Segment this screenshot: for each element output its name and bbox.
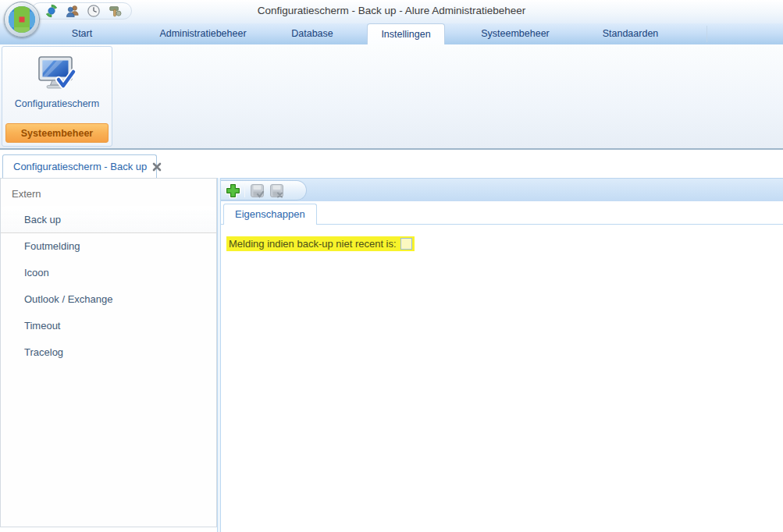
settings-content-pane: Eigenschappen Melding indien back-up nie… (221, 178, 783, 532)
quick-access-toolbar (31, 2, 132, 20)
ribbon-tab-administratiebeheer[interactable]: Administratiebeheer (144, 23, 262, 44)
record-toolbar-capsule (221, 180, 307, 200)
sidebar-item-tracelog[interactable]: Tracelog (1, 339, 216, 366)
backup-warning-checkbox[interactable] (400, 238, 412, 250)
users-icon[interactable] (66, 4, 80, 18)
ribbon-tab-systeembeheer[interactable]: Systeembeheer (464, 23, 566, 44)
ribbon-tab-separator (706, 26, 707, 42)
document-tab-configuratiescherm-backup[interactable]: Configuratiescherm - Back up (2, 154, 157, 178)
clock-icon[interactable] (87, 4, 101, 18)
document-tab-label: Configuratiescherm - Back up (13, 161, 147, 172)
save-check-icon (250, 183, 265, 198)
ribbon-panel: Configuratiescherm Systeembeheer (0, 44, 783, 150)
tab-eigenschappen[interactable]: Eigenschappen (223, 204, 317, 225)
properties-panel: Melding indien back-up niet recent is: (221, 225, 783, 251)
monitor-check-icon (37, 55, 77, 94)
sidebar-item-timeout[interactable]: Timeout (1, 313, 216, 339)
ribbon-tab-database[interactable]: Database (277, 23, 347, 44)
toolbar-divider (244, 183, 245, 197)
application-menu-button[interactable] (4, 2, 40, 37)
sync-icon[interactable] (44, 4, 59, 18)
ribbon-group-label: Systeembeheer (5, 123, 109, 143)
backup-warning-label: Melding indien back-up niet recent is: (229, 238, 397, 250)
ribbon-tab-instellingen[interactable]: Instellingen (367, 23, 445, 44)
sidebar-header-extern: Extern (1, 179, 216, 204)
add-button[interactable] (225, 183, 240, 198)
sidebar-item-icoon[interactable]: Icoon (1, 260, 216, 286)
alure-logo-icon (9, 6, 35, 33)
settings-category-sidebar: Extern Back up Foutmelding Icoon Outlook… (0, 178, 217, 527)
sidebar-item-outlook-exchange[interactable]: Outlook / Exchange (1, 286, 216, 313)
ribbon-tab-start[interactable]: Start (43, 23, 121, 44)
ribbon-tab-standaarden[interactable]: Standaarden (585, 23, 675, 44)
sidebar-item-backup[interactable]: Back up (1, 207, 216, 233)
properties-tab-strip: Eigenschappen (221, 201, 783, 225)
record-toolbar (221, 178, 783, 201)
backup-warning-field: Melding indien back-up niet recent is: (226, 236, 783, 251)
save-accept-button[interactable] (249, 183, 265, 198)
configuratiescherm-button-label: Configuratiescherm (15, 98, 99, 109)
sidebar-item-foutmelding[interactable]: Foutmelding (1, 233, 216, 260)
highlighted-field: Melding indien back-up niet recent is: (226, 236, 415, 251)
plus-icon (226, 183, 240, 198)
save-cross-icon (269, 183, 284, 198)
configuratiescherm-button[interactable]: Configuratiescherm (2, 47, 112, 122)
save-cancel-button[interactable] (269, 183, 284, 198)
tools-icon[interactable] (108, 4, 122, 18)
ribbon-tab-bar: Start Administratiebeheer Database Inste… (0, 23, 783, 44)
title-bar: Configuratiescherm - Back up - Alure Adm… (0, 0, 783, 23)
app-window: Configuratiescherm - Back up - Alure Adm… (0, 0, 783, 532)
ribbon-group-systeembeheer: Configuratiescherm Systeembeheer (2, 46, 112, 147)
main-area: Extern Back up Foutmelding Icoon Outlook… (0, 178, 783, 532)
close-icon[interactable] (151, 161, 162, 172)
document-tab-strip: Configuratiescherm - Back up (0, 151, 783, 178)
